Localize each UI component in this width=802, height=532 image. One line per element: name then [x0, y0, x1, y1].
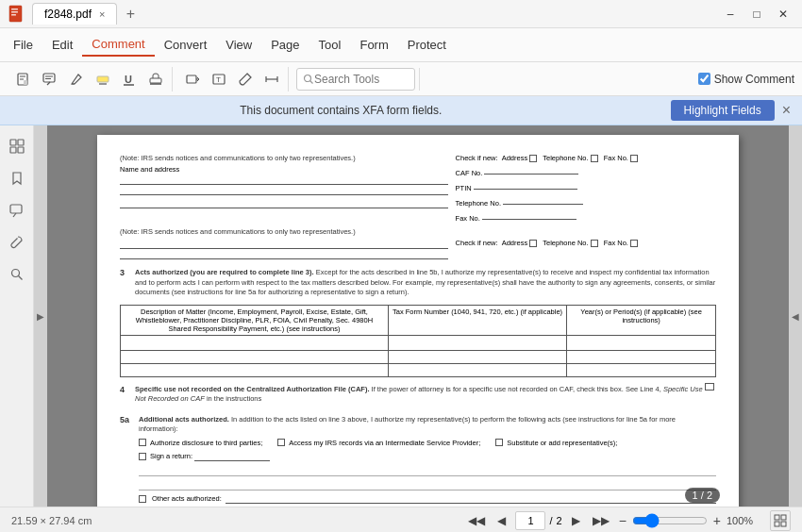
page-separator: /	[549, 515, 552, 526]
right-sidebar-collapse[interactable]: ◀	[789, 125, 802, 507]
svg-line-33	[13, 213, 16, 217]
svg-rect-39	[781, 522, 786, 526]
section3-num: 3	[120, 268, 135, 277]
measure-btn[interactable]	[259, 67, 284, 91]
menu-form[interactable]: Form	[350, 34, 397, 56]
cb-access[interactable]: Access my IRS records via an Intermediat…	[277, 439, 480, 447]
table-col3: Year(s) or Period(s) (if applicable) (se…	[567, 305, 716, 335]
text-box-btn[interactable]: T	[207, 67, 231, 91]
svg-line-35	[18, 276, 22, 280]
thumbnail-btn[interactable]	[4, 133, 30, 159]
specific-use-text: Specific use not recorded on the Central…	[135, 385, 705, 405]
minimize-button[interactable]: –	[719, 3, 742, 25]
sticky-note-btn[interactable]	[11, 67, 36, 91]
text-comment-btn[interactable]	[38, 67, 62, 91]
svg-rect-2	[11, 11, 18, 13]
statusbar: 21.59 × 27.94 cm ◀◀ ◀ / 2 ▶ ▶▶ − + 100%	[0, 507, 802, 532]
svg-line-27	[310, 80, 313, 83]
svg-rect-13	[97, 76, 109, 82]
file-tab[interactable]: f2848.pdf ×	[32, 3, 117, 25]
menu-edit[interactable]: Edit	[42, 34, 82, 56]
shape-btn[interactable]	[180, 67, 205, 91]
app-icon	[8, 5, 26, 24]
svg-rect-17	[150, 78, 161, 83]
highlight-btn[interactable]	[91, 67, 115, 91]
comment-list-btn[interactable]	[4, 197, 30, 224]
close-tab-btn[interactable]: ×	[99, 8, 105, 20]
search-sidebar-btn[interactable]	[4, 261, 30, 288]
page-dimensions: 21.59 × 27.94 cm	[11, 515, 459, 526]
table-col2: Tax Form Number (1040, 941, 720, etc.) (…	[388, 305, 566, 335]
menu-convert[interactable]: Convert	[155, 34, 217, 56]
maximize-button[interactable]: □	[745, 3, 768, 25]
show-comment-text: Show Comment	[714, 73, 794, 86]
menu-file[interactable]: File	[4, 34, 42, 56]
main-area: ▶ (Note: IRS sends notices and communica…	[0, 125, 802, 507]
pdf-container[interactable]: (Note: IRS sends notices and communicati…	[47, 125, 789, 507]
svg-rect-38	[775, 522, 779, 526]
table-col1: Description of Matter (Income, Employmen…	[121, 305, 389, 335]
svg-rect-36	[775, 515, 779, 520]
notification-close-button[interactable]: ×	[782, 102, 791, 119]
first-page-btn[interactable]: ◀◀	[466, 510, 487, 531]
svg-rect-32	[10, 205, 22, 213]
svg-rect-28	[10, 140, 16, 145]
new-tab-button[interactable]: +	[119, 3, 142, 25]
highlight-fields-button[interactable]: Highlight Fields	[671, 100, 775, 121]
search-tools-box[interactable]	[296, 68, 415, 91]
svg-point-26	[305, 75, 311, 81]
show-comment-checkbox[interactable]	[698, 73, 710, 85]
show-comment-label[interactable]: Show Comment	[698, 73, 794, 86]
menu-comment[interactable]: Comment	[82, 33, 154, 57]
next-page-btn[interactable]: ▶	[566, 510, 587, 531]
fit-page-btn[interactable]	[770, 510, 791, 531]
page-badge: 1 / 2	[685, 488, 720, 503]
svg-rect-19	[187, 75, 196, 83]
prev-page-btn[interactable]: ◀	[491, 510, 511, 531]
svg-rect-29	[18, 140, 24, 145]
cb-sign[interactable]: Sign a return:	[139, 451, 270, 462]
close-window-button[interactable]: ✕	[772, 3, 794, 25]
other-acts-row: Other acts authorized:	[139, 493, 716, 505]
bookmark-btn[interactable]	[4, 165, 30, 191]
name-label: Name and address	[120, 165, 448, 174]
svg-rect-5	[24, 80, 27, 85]
underline-btn[interactable]: U	[117, 67, 142, 91]
svg-rect-1	[11, 8, 18, 10]
cb-substitute[interactable]: Substitute or add representative(s);	[495, 439, 617, 447]
pdf-page: (Note: IRS sends notices and communicati…	[97, 135, 739, 507]
attachment-btn[interactable]	[4, 229, 30, 256]
toolbar-group-shapes: T	[176, 67, 289, 91]
notification-text: This document contains XFA form fields.	[11, 104, 671, 117]
notification-bar: This document contains XFA form fields. …	[0, 96, 802, 125]
toolbar-group-search	[292, 68, 420, 91]
left-sidebar-collapse[interactable]: ▶	[34, 125, 47, 507]
attach-btn[interactable]	[233, 67, 258, 91]
svg-rect-0	[9, 6, 22, 22]
page-number-input[interactable]	[515, 511, 545, 530]
svg-rect-30	[10, 147, 16, 153]
menu-view[interactable]: View	[216, 34, 261, 56]
menu-page[interactable]: Page	[261, 34, 309, 56]
menu-protect[interactable]: Protect	[398, 34, 456, 56]
pencil-btn[interactable]	[64, 67, 89, 91]
menu-tool[interactable]: Tool	[309, 34, 351, 56]
last-page-btn[interactable]: ▶▶	[591, 510, 611, 531]
svg-point-34	[11, 270, 19, 277]
zoom-slider[interactable]	[632, 513, 708, 528]
note1-text: (Note: IRS sends notices and communicati…	[120, 154, 448, 162]
window-controls: – □ ✕	[719, 3, 794, 25]
zoom-out-btn[interactable]: −	[619, 513, 627, 528]
menubar: File Edit Comment Convert View Page Tool…	[0, 28, 802, 62]
show-comment-area: Show Comment	[698, 73, 794, 86]
section5a-label: 5a	[120, 415, 139, 424]
svg-rect-31	[18, 147, 24, 153]
titlebar: f2848.pdf × + – □ ✕	[0, 0, 802, 28]
stamp-btn[interactable]	[143, 67, 168, 91]
zoom-in-btn[interactable]: +	[713, 513, 721, 528]
svg-text:U: U	[125, 74, 132, 85]
cb-disclosure[interactable]: Authorize disclosure to third parties;	[139, 439, 262, 447]
search-tools-input[interactable]	[314, 73, 409, 86]
svg-rect-8	[43, 74, 55, 82]
left-sidebar	[0, 125, 34, 507]
